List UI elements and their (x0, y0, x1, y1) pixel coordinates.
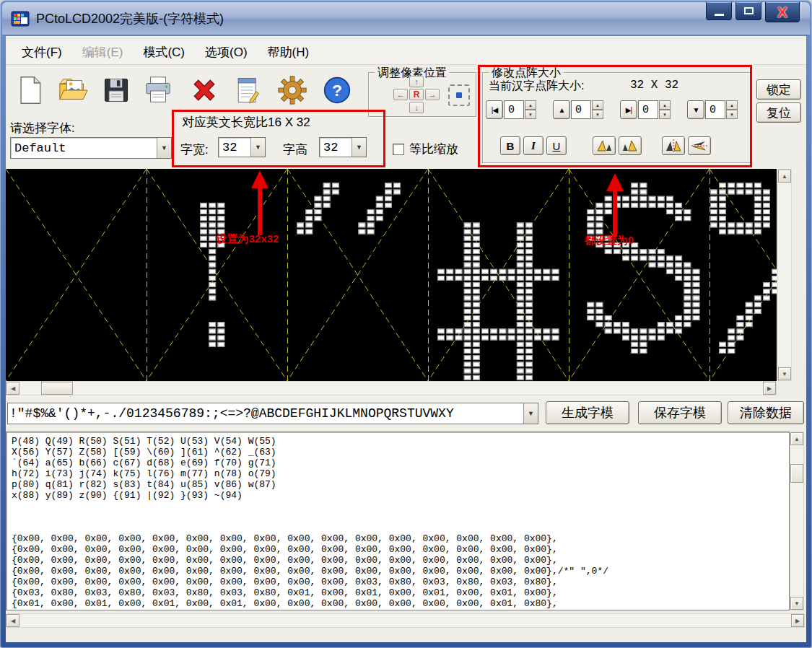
move-right-button[interactable]: → (425, 89, 440, 100)
scroll-up-button[interactable]: ▲ (778, 170, 791, 183)
charset-combobox: ▼ (7, 403, 538, 424)
output-line: {0x00, 0x00, 0x00, 0x00, 0x00, 0x00, 0x0… (12, 566, 789, 577)
flip-horizontal-button[interactable] (662, 136, 685, 155)
output-text-area[interactable]: P(48) Q(49) R(50) S(51) T(52) U(53) V(54… (6, 432, 790, 610)
move-up-button[interactable]: ↑ (409, 76, 424, 87)
offset-top-up-button[interactable]: ▲ (592, 100, 603, 110)
toolbar-help-button[interactable]: ? (320, 74, 354, 107)
generate-font-button[interactable]: 生成字模 (546, 401, 629, 424)
flip-vertical-button[interactable] (688, 136, 711, 155)
output-text: P(48) Q(49) R(50) S(51) T(52) U(53) V(54… (12, 436, 789, 609)
output-line: {0x03, 0x80, 0x03, 0x80, 0x03, 0x80, 0x0… (12, 587, 789, 598)
offset-right-down-button[interactable]: ▼ (659, 110, 671, 119)
offset-right-icon-button[interactable]: ▶| (620, 100, 637, 119)
char-width-dropdown-button[interactable]: ▼ (250, 138, 265, 157)
generate-font-label: 生成字模 (562, 404, 614, 421)
close-button[interactable]: X (765, 2, 800, 22)
scroll-thumb[interactable] (41, 382, 73, 395)
clear-data-label: 清除数据 (740, 404, 792, 421)
output-line: `(64) a(65) b(66) c(67) d(68) e(69) f(70… (12, 457, 789, 468)
down-arrow-icon: ▼ (528, 113, 533, 117)
offset-top-value[interactable]: 0 (571, 100, 591, 119)
offset-bottom-value[interactable]: 0 (705, 100, 725, 119)
down-arrow-icon: ▼ (794, 600, 800, 607)
scroll-right-button[interactable]: ▶ (763, 382, 776, 395)
ratio-label: 对应英文长宽比16 X 32 (182, 114, 310, 131)
offset-top-down-button[interactable]: ▼ (592, 110, 603, 119)
char-height-label: 字高 (283, 141, 307, 158)
toolbar-save-button[interactable] (100, 74, 133, 107)
move-down-button[interactable]: ↓ (409, 102, 424, 113)
scroll-thumb[interactable] (790, 464, 803, 483)
menu-item-edit[interactable]: 编辑(E) (72, 40, 134, 65)
offset-bottom-down-button[interactable]: ▼ (726, 110, 738, 119)
offset-bottom-icon-button[interactable]: ▼ (687, 100, 704, 119)
scroll-left-button[interactable]: ◀ (6, 382, 19, 395)
menu-item-file[interactable]: 文件(F) (12, 40, 72, 65)
offset-right-value[interactable]: 0 (638, 100, 658, 119)
output-vscrollbar[interactable]: ▲ ▼ (790, 432, 804, 610)
scroll-down-button[interactable]: ▼ (778, 367, 791, 380)
floppy-save-icon (101, 75, 131, 105)
close-icon: X (777, 4, 787, 19)
rotate-right-button[interactable] (619, 136, 642, 155)
proportional-scale-checkbox[interactable]: 等比缩放 (393, 141, 458, 157)
toolbar-settings-button[interactable] (276, 74, 309, 107)
titlebar[interactable]: PCtoLCD2002完美版-(字符模式) X (2, 2, 810, 35)
canvas-hscrollbar[interactable]: ◀ ▶ (6, 381, 777, 395)
offset-right-up-button[interactable]: ▲ (659, 100, 671, 110)
offset-top-icon-button[interactable]: ▲ (553, 100, 570, 119)
font-combobox[interactable]: Default ▼ (10, 137, 172, 159)
bold-button[interactable]: B (500, 136, 520, 155)
reset-position-button[interactable]: R (409, 89, 424, 100)
toolbar-print-button[interactable] (141, 74, 175, 107)
scroll-down-button[interactable]: ▼ (790, 597, 803, 610)
toolbar-open-button[interactable] (56, 74, 90, 107)
offset-left-down-button[interactable]: ▼ (525, 110, 536, 119)
checkbox-box[interactable] (393, 144, 404, 155)
save-font-button[interactable]: 保存字模 (638, 401, 722, 424)
canvas-vscrollbar[interactable]: ▲ ▼ (777, 169, 792, 381)
lcd-preview-canvas[interactable] (6, 169, 777, 381)
char-width-combobox[interactable]: 32 ▼ (218, 137, 266, 157)
minimize-button[interactable] (706, 2, 732, 20)
menu-item-help[interactable]: 帮助(H) (258, 40, 320, 65)
up-arrow-icon: ▲ (595, 103, 600, 108)
bottom-hscrollbar[interactable]: ◀ ▶ (6, 613, 805, 628)
offset-bottom-up-button[interactable]: ▲ (726, 100, 738, 110)
rotate-left-button[interactable] (593, 136, 616, 155)
maximize-button[interactable] (735, 2, 761, 20)
flip-vertical-icon (691, 139, 708, 153)
clear-data-button[interactable]: 清除数据 (728, 401, 804, 424)
italic-icon: I (531, 140, 536, 152)
lock-button[interactable]: 锁定 (756, 79, 801, 100)
minimize-icon (715, 14, 724, 16)
offset-left-up-button[interactable]: ▲ (525, 100, 536, 110)
toolbar-notepad-button[interactable] (231, 74, 264, 107)
toolbar-new-button[interactable] (13, 74, 46, 107)
matrix-size-group: 修改点阵大小 当前汉字点阵大小: 32 X 32 |◀ 0 ▲ ▼ ▲ 0 ▲ … (482, 72, 751, 163)
offset-left-value[interactable]: 0 (504, 100, 524, 119)
char-height-dropdown-button[interactable]: ▼ (352, 138, 366, 157)
pixel-position-group: 调整像素位置 ↑ ← R → ↓ (368, 72, 476, 117)
charset-dropdown-button[interactable]: ▼ (523, 403, 538, 424)
underline-button[interactable]: U (546, 136, 567, 155)
down-arrow-icon: ▼ (782, 371, 787, 377)
menu-item-mode[interactable]: 模式(C) (133, 40, 195, 65)
scroll-up-button[interactable]: ▲ (790, 432, 803, 445)
italic-button[interactable]: I (523, 136, 543, 155)
scroll-right-button[interactable]: ▶ (791, 614, 804, 627)
center-position-button[interactable] (448, 84, 470, 106)
scroll-left-button[interactable]: ◀ (6, 614, 19, 627)
rotate-left-icon (595, 139, 613, 153)
char-height-combobox[interactable]: 32 ▼ (319, 137, 367, 157)
offset-left-icon-button[interactable]: |◀ (486, 100, 503, 119)
reset-button[interactable]: 复位 (756, 102, 801, 123)
move-left-button[interactable]: ← (393, 89, 408, 100)
menu-item-options[interactable]: 选项(O) (195, 40, 258, 65)
font-dropdown-button[interactable]: ▼ (157, 138, 171, 158)
down-arrow-icon: ↓ (414, 104, 419, 112)
charset-input[interactable] (8, 403, 523, 424)
toolbar-delete-button[interactable] (188, 74, 221, 107)
output-line: {0x00, 0x00, 0x00, 0x00, 0x00, 0x00, 0x0… (12, 533, 789, 544)
